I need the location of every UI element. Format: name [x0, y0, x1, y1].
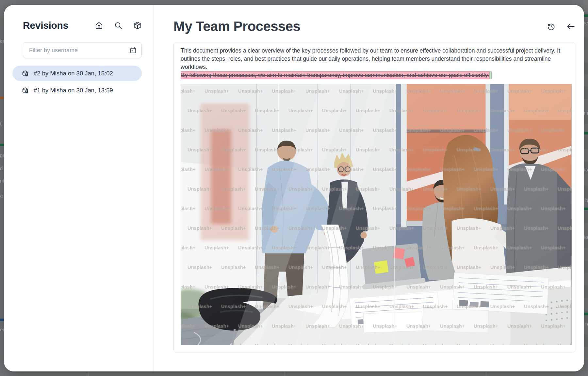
backdrop-seam [285, 371, 285, 376]
deleted-text-highlight: By following these processes, we aim to … [181, 71, 489, 79]
backdrop-fragment [0, 97, 4, 99]
inserted-text-marker [489, 71, 492, 79]
revision-item-label: #1 by Misha on 30 Jan, 13:59 [34, 87, 113, 94]
backdrop-fragment: a [0, 193, 3, 198]
backdrop-fragment [0, 319, 4, 321]
backdrop-right-strip [583, 0, 588, 376]
revision-list: #2 by Misha on 30 Jan, 15:02 #1 by Misha… [12, 66, 142, 98]
revision-item-2[interactable]: #2 by Misha on 30 Jan, 15:02 [12, 66, 142, 81]
revisions-drawer: Revisions [4, 5, 584, 371]
backdrop-fragment [584, 132, 588, 134]
document-paragraph: This document provides a clear overview … [181, 47, 568, 71]
sidebar-title: Revisions [23, 20, 68, 31]
backdrop-fragment [584, 313, 588, 315]
filter-by-username-input[interactable] [28, 47, 129, 54]
backdrop-seam [88, 371, 89, 376]
calendar-icon[interactable] [129, 47, 137, 54]
backdrop-fragment: ia [584, 167, 588, 172]
team-collaboration-photo: Unsplash+Unsplash+Unsplash+Unsplash+Unsp… [181, 84, 572, 345]
version-box-clock-icon [22, 70, 29, 77]
backdrop-fragment: m [584, 110, 588, 115]
filter-field [23, 42, 142, 58]
revision-item-1[interactable]: #1 by Misha on 30 Jan, 13:59 [12, 83, 142, 98]
backdrop-fragment: d [0, 166, 3, 171]
backdrop-fragment [584, 14, 588, 17]
back-arrow-icon[interactable] [566, 22, 575, 31]
backdrop-seam [486, 371, 486, 376]
backdrop-fragment: n [585, 321, 588, 326]
search-icon[interactable] [114, 21, 122, 30]
main-header: My Team Processes [173, 19, 575, 34]
revision-preview-pane: My Team Processes This d [154, 5, 584, 371]
document-diff-line: By following these processes, we aim to … [181, 71, 568, 79]
page-title: My Team Processes [173, 19, 300, 34]
document-content-box: This document provides a clear overview … [173, 42, 575, 352]
revision-item-label: #2 by Misha on 30 Jan, 15:02 [34, 70, 113, 77]
revisions-sidebar: Revisions [4, 5, 154, 371]
home-icon[interactable] [95, 21, 103, 30]
version-box-clock-icon [22, 87, 29, 94]
box-icon[interactable] [133, 21, 142, 30]
history-icon[interactable] [547, 22, 556, 31]
backdrop-fragment [0, 144, 4, 146]
backdrop-fragment: nt [0, 178, 4, 183]
sidebar-header: Revisions [23, 20, 142, 31]
backdrop-fragment: h [585, 198, 588, 203]
photo-illustration [181, 84, 572, 345]
backdrop-fragment: ia [584, 234, 588, 239]
sidebar-header-icons [95, 21, 142, 30]
main-actions [547, 22, 575, 31]
backdrop-fragment [584, 208, 588, 210]
backdrop-fragment: ( [0, 121, 2, 126]
